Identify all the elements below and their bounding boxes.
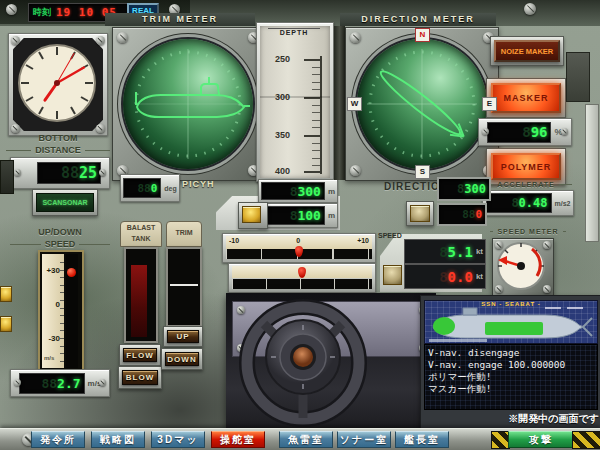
direction-target-readout: 880 bbox=[437, 203, 487, 226]
ballast-tank-tag: BALASTTANK bbox=[120, 221, 162, 247]
updown-speed-readout: 882.7 m/s bbox=[10, 369, 110, 397]
panel-hinge bbox=[334, 26, 345, 180]
direction-value-readout: 8300 bbox=[437, 177, 491, 201]
depth-set-button[interactable] bbox=[242, 206, 261, 223]
attack-button[interactable]: 攻撃 bbox=[508, 431, 574, 448]
blow-button-frame: BLOW bbox=[118, 366, 162, 389]
direction-meter-crt bbox=[357, 39, 487, 169]
compass-east: E bbox=[482, 97, 497, 111]
speed-set-button[interactable] bbox=[383, 265, 402, 285]
pitch-readout: 880 deg bbox=[120, 174, 180, 202]
masker-frame: MASKER bbox=[486, 78, 566, 118]
trim-meter-display bbox=[123, 39, 253, 169]
direction-set-button[interactable] bbox=[410, 205, 430, 222]
analog-clock bbox=[13, 38, 101, 129]
steering-wheel[interactable] bbox=[238, 297, 368, 431]
trim-tank-gauge bbox=[166, 247, 202, 327]
flow-button[interactable]: FLOW bbox=[123, 348, 157, 362]
direction-meter: N S W E bbox=[345, 27, 499, 181]
edge-module bbox=[0, 160, 14, 194]
pitch-label: PICYH bbox=[182, 179, 215, 189]
bottom-distance-label-2: DISTANCE bbox=[6, 145, 110, 155]
submarine-status-diagram bbox=[427, 306, 595, 343]
clock-bezel bbox=[13, 38, 103, 131]
trim-meter-title: TRIM METER bbox=[105, 13, 255, 26]
updown-indicator-track bbox=[66, 254, 78, 368]
depth-tick-label: 350 bbox=[266, 130, 290, 140]
hazard-stripe bbox=[572, 431, 600, 449]
noize-maker-frame: NOIZE MAKER bbox=[490, 36, 564, 66]
scansonar-frame: SCANSONAR bbox=[32, 189, 98, 216]
polymer-button[interactable]: POLYMER bbox=[491, 153, 561, 180]
nav-tab-captain-room[interactable]: 艦長室 bbox=[395, 431, 449, 448]
nav-tab-3d-map[interactable]: 3Dマップ bbox=[151, 431, 205, 448]
nav-tab-strategy-map[interactable]: 戦略図 bbox=[91, 431, 145, 448]
depth-target-readout: 8300 m bbox=[258, 179, 338, 203]
masker-level-readout: 896 % bbox=[478, 118, 572, 146]
direction-meter-display bbox=[357, 39, 487, 169]
bottom-distance-label-1: BOTTOM bbox=[12, 133, 104, 143]
masker-button[interactable]: MASKER bbox=[491, 83, 561, 113]
trim-up-frame: UP bbox=[163, 326, 203, 347]
ballast-level-fill bbox=[131, 265, 147, 337]
ballast-tank-gauge bbox=[124, 247, 158, 343]
trim-meter-crt bbox=[123, 39, 253, 169]
nav-tab-helm-room[interactable]: 操舵室 bbox=[211, 431, 265, 448]
compass-north: N bbox=[415, 28, 430, 42]
trim-down-button[interactable]: DOWN bbox=[165, 352, 199, 366]
trim-tank-tag: TRIM bbox=[166, 221, 202, 247]
console-line: V-nav. disengage bbox=[428, 347, 594, 359]
blow-button[interactable]: BLOW bbox=[122, 370, 158, 385]
screw bbox=[524, 3, 536, 15]
direction-set-frame bbox=[406, 201, 434, 226]
status-console-unit: SSN - SEABAT - V-nav. disengage V-nav. e… bbox=[420, 295, 600, 430]
polymer-frame: POLYMER bbox=[486, 148, 566, 185]
edge-knob[interactable] bbox=[0, 316, 12, 332]
speed-panel-label: SPEED bbox=[378, 232, 402, 239]
speed-target-readout: 8 0.0 kt bbox=[404, 264, 486, 289]
noize-maker-button[interactable]: NOIZE MAKER bbox=[494, 40, 560, 62]
speed-current-readout: 8 5.1 kt bbox=[404, 239, 486, 264]
analog-clock-frame bbox=[8, 33, 108, 136]
trim-up-button[interactable]: UP bbox=[167, 330, 199, 343]
bottom-distance-readout: 8825 bbox=[10, 157, 110, 189]
edge-knob[interactable] bbox=[0, 286, 12, 302]
depth-scale-line bbox=[320, 56, 322, 174]
scansonar-button[interactable]: SCANSONAR bbox=[36, 193, 94, 212]
message-console: V-nav. disengage V-nav. engage 100.00000… bbox=[424, 344, 598, 410]
depth-set-button-frame bbox=[238, 202, 268, 229]
updown-indicator-dot bbox=[67, 268, 76, 277]
rudder-slider-lower[interactable] bbox=[228, 263, 376, 293]
compass-west: W bbox=[347, 97, 362, 111]
console-line: マスカー作動! bbox=[428, 383, 594, 395]
flow-button-frame: FLOW bbox=[119, 344, 161, 366]
updown-speed-label-1: UP/DOWN bbox=[14, 227, 106, 237]
updown-speed-gauge: +30 0 -30 m/s bbox=[38, 250, 84, 372]
depth-minor-ticks bbox=[312, 59, 320, 173]
edge-rail bbox=[585, 104, 599, 242]
accelerate-readout: 80.48 m/s2 bbox=[482, 190, 574, 216]
updown-speed-label-2: SPEED bbox=[10, 239, 110, 249]
time-label: 時刻 bbox=[33, 6, 51, 19]
depth-gauge-title: DEPTH bbox=[268, 28, 320, 36]
depth-gauge: DEPTH 250 300 350 400 bbox=[256, 22, 334, 182]
depth-tick-label: 400 bbox=[266, 166, 290, 176]
speed-meter bbox=[492, 238, 554, 296]
nav-tab-control-room[interactable]: 発令所 bbox=[31, 431, 85, 448]
rudder-slider-upper[interactable]: -100+10 bbox=[222, 233, 376, 263]
direction-meter-title: DIRECTION METER bbox=[340, 13, 496, 26]
nav-tab-torpedo-room[interactable]: 魚雷室 bbox=[279, 431, 333, 448]
dev-note: ※開発中の画面です bbox=[421, 412, 599, 427]
console-line: ポリマー作動! bbox=[428, 371, 594, 383]
depth-bottom-readout: 8100 m bbox=[258, 203, 338, 228]
trim-down-frame: DOWN bbox=[161, 348, 203, 370]
submarine-side-silhouette bbox=[136, 77, 250, 117]
edge-module bbox=[566, 52, 590, 102]
screw bbox=[6, 4, 17, 15]
bridge-screen: 時刻 19 10 05 REAL bbox=[0, 0, 600, 450]
trim-meter bbox=[112, 27, 264, 181]
nav-tab-sonar-room[interactable]: ソナー室 bbox=[337, 431, 391, 448]
speed-meter-label: SPEED METER bbox=[490, 228, 566, 235]
compass-south: S bbox=[415, 165, 430, 179]
accelerate-label: ACCELERATE bbox=[480, 181, 572, 188]
